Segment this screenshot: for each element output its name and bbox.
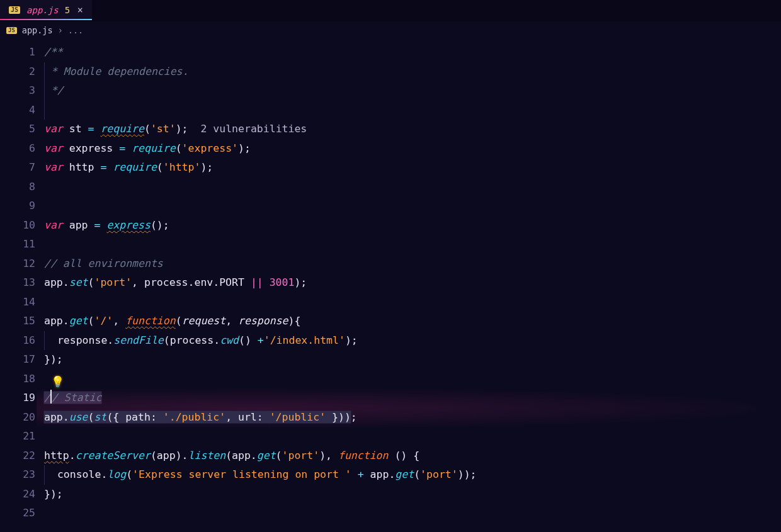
code-line[interactable] — [44, 293, 781, 312]
breadcrumb-file[interactable]: app.js — [22, 25, 53, 35]
code-line[interactable]: // Static — [44, 388, 781, 408]
breadcrumb[interactable]: JS app.js › ... — [0, 21, 781, 39]
line-number[interactable]: 13 — [0, 273, 35, 293]
code-line[interactable] — [44, 235, 781, 254]
code-line[interactable] — [44, 196, 781, 216]
tabbar: JS app.js 5 × — [0, 0, 781, 21]
line-number[interactable]: 4 — [0, 101, 35, 120]
breadcrumb-rest[interactable]: ... — [68, 25, 83, 35]
line-number[interactable]: 15 — [0, 312, 35, 331]
line-number[interactable]: 7 — [0, 158, 35, 178]
line-number[interactable]: 17 — [0, 350, 35, 370]
code-line[interactable]: */ — [44, 81, 781, 101]
line-number[interactable]: 22 — [0, 446, 35, 466]
line-number[interactable]: 18 — [0, 370, 35, 389]
code-line[interactable]: http.createServer(app).listen(app.get('p… — [44, 446, 781, 466]
line-number[interactable]: 1 — [0, 43, 35, 62]
code-line[interactable]: var app = express(); — [44, 216, 781, 235]
line-number[interactable]: 23 — [0, 465, 35, 485]
code-line[interactable]: var http = require('http'); — [44, 158, 781, 178]
code-line[interactable] — [44, 101, 781, 120]
js-badge-icon: JS — [6, 27, 17, 34]
code-line[interactable] — [44, 427, 781, 446]
code-line[interactable]: // all environments — [44, 254, 781, 274]
tab-problem-count: 5 — [65, 5, 71, 15]
code-line[interactable]: app.set('port', process.env.PORT || 3001… — [44, 273, 781, 293]
code-line[interactable] — [44, 504, 781, 523]
line-number[interactable]: 20 — [0, 408, 35, 427]
code-line[interactable]: app.use(st({ path: './public', url: '/pu… — [44, 408, 781, 427]
code-line[interactable]: * Module dependencies. — [44, 62, 781, 82]
line-number[interactable]: 21 — [0, 427, 35, 446]
line-number[interactable]: 5 — [0, 120, 35, 139]
code-line[interactable]: /** — [44, 43, 781, 62]
code-area[interactable]: /** * Module dependencies. */ var st = r… — [44, 43, 781, 532]
code-line[interactable]: var st = require('st'); 2 vulnerabilitie… — [44, 120, 781, 139]
line-number[interactable]: 16 — [0, 331, 35, 351]
line-number[interactable]: 19 — [0, 388, 35, 408]
code-editor[interactable]: 1234567891011121314151617181920212223242… — [0, 39, 781, 532]
vulnerability-annotation: 2 vulnerabilities — [200, 123, 307, 135]
code-line[interactable]: app.get('/', function(request, response)… — [44, 312, 781, 331]
text-cursor — [50, 390, 52, 404]
line-number[interactable]: 11 — [0, 235, 35, 254]
js-badge-icon: JS — [9, 6, 20, 14]
code-line[interactable] — [44, 178, 781, 197]
code-line[interactable]: 💡 — [44, 370, 781, 389]
line-number[interactable]: 8 — [0, 178, 35, 197]
code-line[interactable]: var express = require('express'); — [44, 139, 781, 159]
chevron-right-icon: › — [58, 25, 63, 35]
line-number[interactable]: 3 — [0, 81, 35, 101]
code-line[interactable]: }); — [44, 350, 781, 370]
tab-filename: app.js — [26, 5, 59, 15]
line-number[interactable]: 25 — [0, 504, 35, 523]
line-number[interactable]: 12 — [0, 254, 35, 274]
line-number[interactable]: 24 — [0, 485, 35, 504]
line-number-gutter[interactable]: 1234567891011121314151617181920212223242… — [0, 43, 44, 532]
tab-app-js[interactable]: JS app.js 5 × — [0, 0, 92, 20]
line-number[interactable]: 14 — [0, 293, 35, 312]
line-number[interactable]: 2 — [0, 62, 35, 82]
line-number[interactable]: 10 — [0, 216, 35, 235]
line-number[interactable]: 6 — [0, 139, 35, 159]
code-line[interactable]: console.log('Express server listening on… — [44, 465, 781, 485]
line-number[interactable]: 9 — [0, 196, 35, 216]
code-line[interactable]: response.sendFile(process.cwd() +'/index… — [44, 331, 781, 351]
close-icon[interactable]: × — [77, 4, 83, 16]
code-line[interactable]: }); — [44, 485, 781, 504]
